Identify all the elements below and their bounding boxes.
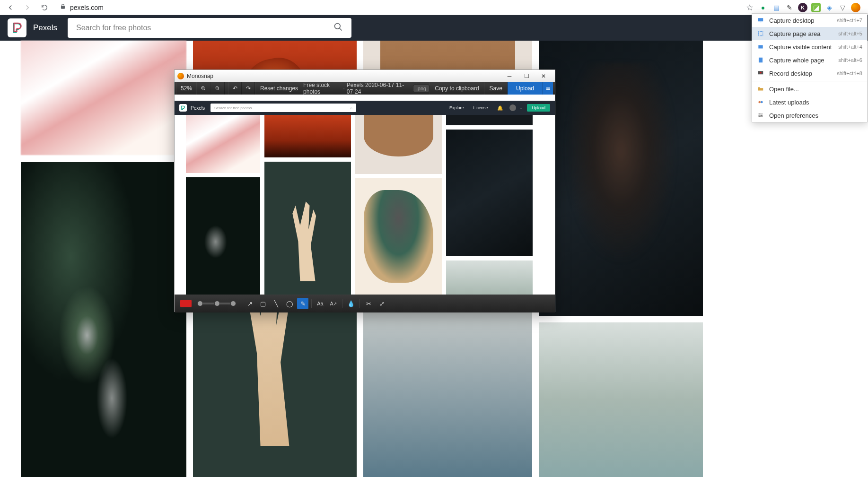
bookmark-star-icon[interactable]: ☆	[745, 3, 754, 12]
undo-button[interactable]: ↶	[228, 82, 242, 95]
zoom-level[interactable]: 52%	[176, 82, 196, 95]
monosnap-menu-button[interactable]	[543, 82, 553, 95]
monosnap-title: Monosnap	[187, 73, 501, 79]
ellipse-tool[interactable]: ◯	[284, 298, 295, 309]
open-icon	[757, 85, 764, 93]
svg-point-1	[335, 23, 341, 29]
inner-search-bar: Search for free photos ⌕	[210, 104, 356, 112]
pocket-ext-icon[interactable]: ▽	[838, 3, 847, 12]
ext-menu-shortcut: shift+alt+5	[838, 31, 862, 36]
layers-ext-icon[interactable]: ◈	[824, 3, 834, 12]
pexels-brand[interactable]: Pexels	[33, 23, 57, 33]
whole-icon	[757, 56, 764, 64]
address-bar[interactable]: pexels.com	[55, 1, 741, 14]
save-button[interactable]: Save	[484, 82, 508, 95]
inner-search-placeholder: Search for free photos	[214, 106, 252, 110]
zoom-out-button[interactable]	[210, 82, 225, 95]
ext-menu-item-open[interactable]: Open file...	[752, 82, 867, 95]
ext-menu-item-visible[interactable]: Capture visible contentshift+alt+4	[752, 40, 867, 53]
ext-menu-item-prefs[interactable]: Open preferences	[752, 109, 867, 122]
svg-line-2	[340, 28, 342, 30]
ext-menu-shortcut: shift+ctrl+8	[837, 70, 862, 76]
maximize-button[interactable]: ☐	[518, 70, 535, 82]
monosnap-filename-area[interactable]: Free stock photos · Pexels 2020-06-17 11…	[303, 82, 430, 95]
svg-point-20	[758, 101, 761, 104]
ext-menu-shortcut: shift+alt+4	[838, 44, 862, 50]
zoom-in-button[interactable]	[196, 82, 210, 95]
inner-photo	[264, 162, 351, 295]
inner-photo	[355, 178, 442, 295]
browser-extensions: ☆ ● ▤ ✎ K ◪ ◈ ▽	[745, 3, 864, 12]
forward-button[interactable]	[21, 1, 34, 14]
monosnap-titlebar[interactable]: Monosnap ─ ☐ ✕	[175, 70, 555, 82]
ext-menu-item-record[interactable]: Record desktopshift+ctrl+8	[752, 67, 867, 80]
svg-line-8	[218, 89, 219, 90]
upload-button[interactable]: Upload	[508, 82, 543, 95]
docs-ext-icon[interactable]: ▤	[772, 3, 781, 12]
monosnap-window: Monosnap ─ ☐ ✕ 52% ↶ ↷ Reset changes Fre…	[174, 69, 555, 312]
inner-avatar	[509, 104, 516, 111]
arrow-tool[interactable]: ↗	[244, 298, 255, 309]
url-text: pexels.com	[70, 4, 104, 11]
svg-rect-16	[758, 45, 763, 49]
ext-menu-item-latest[interactable]: Latest uploads	[752, 95, 867, 109]
ext-menu-item-desktop[interactable]: Capture desktopshift+ctrl+7	[752, 14, 867, 27]
svg-point-25	[759, 113, 760, 114]
gallery-photo[interactable]	[539, 41, 703, 316]
pen-tool[interactable]: ✎	[297, 298, 308, 309]
svg-rect-17	[759, 58, 763, 63]
reload-button[interactable]	[38, 1, 51, 14]
brush-size-slider[interactable]	[197, 303, 236, 304]
minimize-button[interactable]: ─	[501, 70, 518, 82]
svg-point-27	[759, 116, 760, 117]
resize-tool[interactable]: ⤢	[376, 298, 387, 309]
blur-tool[interactable]: 💧	[345, 298, 357, 309]
monosnap-canvas[interactable]: Pexels Search for free photos ⌕ Explore …	[175, 95, 555, 295]
text-tool[interactable]: Aa	[315, 298, 326, 309]
inner-upload-button: Upload	[527, 104, 550, 112]
monosnap-ext-icon[interactable]	[851, 3, 860, 12]
slider-knob[interactable]	[197, 301, 203, 306]
ext-menu-label: Open file...	[769, 86, 862, 93]
copy-clipboard-button[interactable]: Copy to clipboard	[430, 82, 484, 95]
reset-changes-button[interactable]: Reset changes	[255, 82, 303, 95]
gallery-photo[interactable]	[21, 162, 186, 477]
redo-button[interactable]: ↷	[242, 82, 255, 95]
monosnap-ext-menu: Capture desktopshift+ctrl+7Capture page …	[752, 13, 868, 122]
search-icon[interactable]	[333, 22, 343, 34]
pen-ext-icon[interactable]: ✎	[785, 3, 794, 12]
screenshot-preview: Pexels Search for free photos ⌕ Explore …	[175, 95, 555, 295]
gallery-photo[interactable]	[539, 322, 703, 477]
color-picker[interactable]	[180, 300, 192, 307]
inner-photo	[264, 115, 351, 157]
ext-menu-item-area[interactable]: Capture page areashift+alt+5	[752, 27, 867, 40]
inner-site-header: Pexels Search for free photos ⌕ Explore …	[175, 101, 555, 115]
monosnap-file-ext[interactable]: .png	[413, 85, 430, 92]
search-bar[interactable]	[68, 18, 351, 38]
evernote-ext-icon[interactable]: ◪	[811, 3, 821, 12]
close-button[interactable]: ✕	[535, 70, 552, 82]
svg-line-4	[204, 89, 205, 90]
svg-rect-14	[760, 22, 762, 22]
gallery-photo[interactable]	[21, 41, 186, 155]
ext-menu-item-whole[interactable]: Capture whole pageshift+alt+6	[752, 53, 867, 67]
back-button[interactable]	[4, 1, 17, 14]
inner-pexels-logo	[179, 104, 187, 112]
ext-menu-label: Capture desktop	[769, 17, 832, 24]
line-tool[interactable]: ╲	[271, 298, 282, 309]
k-ext-icon[interactable]: K	[798, 3, 807, 12]
inner-gallery	[175, 115, 555, 295]
crop-tool[interactable]: ✂	[363, 298, 374, 309]
rect-tool[interactable]: ▢	[257, 298, 269, 309]
search-input[interactable]	[76, 24, 333, 32]
text-arrow-tool[interactable]: A↗	[328, 298, 339, 309]
area-icon	[757, 30, 764, 37]
inner-photo	[446, 115, 533, 125]
pexels-logo[interactable]	[8, 18, 26, 37]
slider-knob[interactable]	[214, 301, 220, 306]
inner-bell-icon: 🔔	[494, 105, 506, 111]
inner-brand: Pexels	[191, 105, 205, 111]
grammarly-ext-icon[interactable]: ●	[758, 3, 768, 12]
slider-knob[interactable]	[230, 301, 236, 306]
svg-point-19	[760, 72, 762, 74]
